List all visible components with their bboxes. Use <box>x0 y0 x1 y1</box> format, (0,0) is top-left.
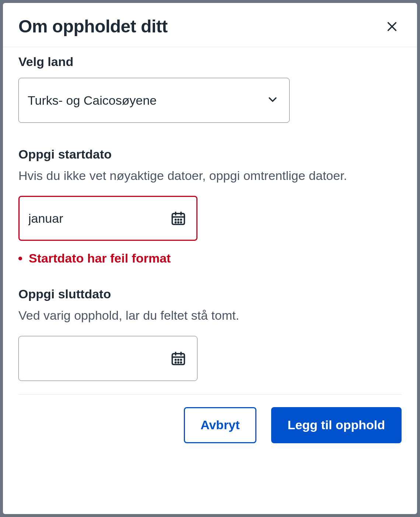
error-bullet-icon <box>18 257 22 260</box>
close-button[interactable] <box>382 17 402 36</box>
close-icon <box>385 20 399 33</box>
svg-point-6 <box>175 219 176 220</box>
country-selected-value: Turks- og Caicosøyene <box>28 93 157 107</box>
end-date-field <box>18 336 197 381</box>
start-date-label: Oppgi startdato <box>18 147 402 162</box>
start-date-field <box>18 196 197 241</box>
end-date-help: Ved varig opphold, lar du feltet stå tom… <box>18 306 402 325</box>
submit-button[interactable]: Legg til opphold <box>271 407 402 443</box>
svg-point-18 <box>181 359 181 360</box>
svg-point-19 <box>175 362 176 362</box>
start-date-help: Hvis du ikke vet nøyaktige datoer, oppgi… <box>18 167 402 185</box>
start-date-error-text: Startdato har feil format <box>29 251 171 266</box>
svg-point-8 <box>181 219 181 220</box>
svg-point-21 <box>181 362 181 362</box>
country-label: Velg land <box>18 55 402 69</box>
svg-point-9 <box>175 222 176 223</box>
dialog-body: Velg land Turks- og Caicosøyene Oppgi st… <box>3 47 417 514</box>
svg-point-16 <box>175 359 176 360</box>
cancel-button[interactable]: Avbryt <box>184 407 256 443</box>
svg-point-17 <box>178 359 179 360</box>
end-date-calendar-button[interactable] <box>167 347 190 370</box>
svg-point-10 <box>178 222 179 223</box>
country-select[interactable]: Turks- og Caicosøyene <box>18 78 290 123</box>
dialog-title: Om oppholdet ditt <box>18 16 168 37</box>
svg-point-11 <box>181 222 181 223</box>
calendar-icon <box>170 350 186 367</box>
dialog-footer: Avbryt Legg til opphold <box>18 394 402 443</box>
svg-point-7 <box>178 219 179 220</box>
dialog-header: Om oppholdet ditt <box>3 3 417 47</box>
end-date-label: Oppgi sluttdato <box>18 287 402 301</box>
start-date-calendar-button[interactable] <box>167 207 190 230</box>
about-stay-dialog: Om oppholdet ditt Velg land Turks- og Ca… <box>3 3 417 514</box>
start-date-error: Startdato har feil format <box>18 251 402 266</box>
end-date-block: Oppgi sluttdato Ved varig opphold, lar d… <box>18 287 402 381</box>
country-select-wrap: Turks- og Caicosøyene <box>18 78 290 123</box>
calendar-icon <box>170 210 186 226</box>
svg-point-20 <box>178 362 179 362</box>
